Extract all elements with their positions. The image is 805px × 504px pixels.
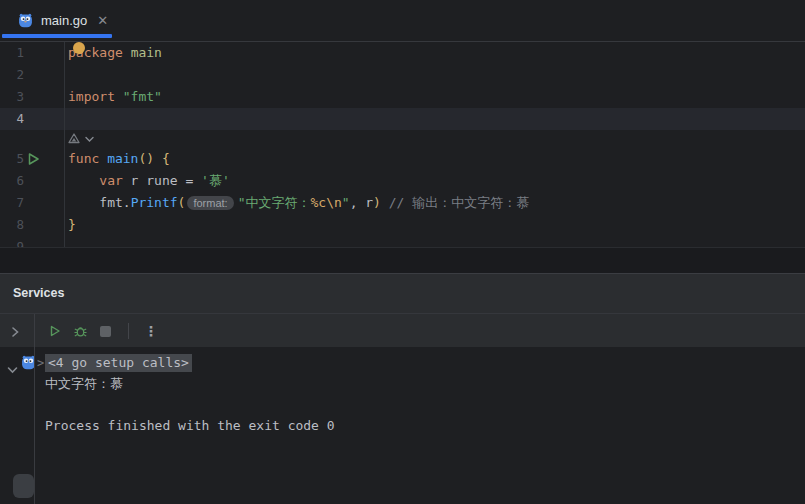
run-gutter-icon[interactable]: [24, 148, 64, 170]
editor-tab-bar: main.go ✕: [0, 0, 805, 42]
code-text[interactable]: var r rune = '慕': [64, 170, 230, 192]
folded-setup-calls[interactable]: <4 go setup calls>: [45, 354, 192, 372]
line-number: 7: [0, 192, 24, 214]
console-line: [37, 394, 805, 415]
editor-line: 2: [0, 64, 805, 86]
code-text[interactable]: }: [64, 214, 76, 236]
line-number: 5: [0, 148, 24, 170]
toolbar-splitter: [34, 314, 35, 348]
line-number: 9: [0, 236, 24, 247]
gutter: [24, 170, 64, 192]
line-number: 1: [0, 42, 24, 64]
code-editor[interactable]: 1package main23import "fmt"45func main()…: [0, 42, 805, 247]
editor-line: 8}: [0, 214, 805, 236]
editor-line: 9: [0, 236, 805, 247]
editor-line: 3import "fmt": [0, 86, 805, 108]
stop-icon[interactable]: [97, 323, 113, 339]
gutter: [24, 236, 64, 247]
services-tree-strip[interactable]: [0, 347, 35, 504]
code-vision-inlay[interactable]: [0, 130, 805, 148]
gutter: [24, 42, 64, 64]
tab-title: main.go: [41, 13, 87, 28]
run-icon[interactable]: [47, 323, 63, 339]
tab-close-icon[interactable]: ✕: [97, 14, 108, 27]
line-number: 2: [0, 64, 24, 86]
services-tool-window: Services ⋮: [0, 273, 805, 347]
gutter: [24, 86, 64, 108]
code-text[interactable]: import "fmt": [64, 86, 162, 108]
services-panel-title: Services: [13, 286, 64, 300]
console-line: 中文字符：慕: [37, 373, 805, 394]
tree-scrollbar-thumb[interactable]: [13, 474, 34, 498]
chevron-down-icon[interactable]: [7, 360, 18, 378]
gutter: [24, 214, 64, 236]
parameter-hint-chip: format:: [187, 196, 233, 210]
console-fold-row: > <4 go setup calls>: [37, 352, 805, 373]
services-toolbar: ⋮: [0, 313, 805, 348]
gutter: [24, 108, 64, 130]
chevron-right-icon[interactable]: [10, 324, 20, 342]
gutter: [24, 192, 64, 214]
console-output[interactable]: > <4 go setup calls> 中文字符：慕Process finis…: [37, 347, 805, 436]
active-tab-underline: [2, 34, 112, 38]
run-console: > <4 go setup calls> 中文字符：慕Process finis…: [0, 347, 805, 504]
intention-lightbulb-icon[interactable]: [73, 42, 85, 54]
editor-line: 6 var r rune = '慕': [0, 170, 805, 192]
more-options-kebab-icon[interactable]: ⋮: [144, 324, 158, 338]
gutter: [24, 64, 64, 86]
gutter-separator: [64, 42, 65, 247]
fold-arrow-icon[interactable]: >: [37, 356, 45, 370]
editor-bottom-strip: [0, 247, 805, 273]
line-number: 8: [0, 214, 24, 236]
console-line: Process finished with the exit code 0: [37, 415, 805, 436]
editor-line: 5func main() {: [0, 148, 805, 170]
code-text[interactable]: fmt.Printf(format:"中文字符：%c\n", r) // 输出：…: [64, 192, 529, 214]
toolbar-separator: [128, 323, 129, 339]
line-number: 4: [0, 108, 24, 130]
line-number: 3: [0, 86, 24, 108]
tab-main-go[interactable]: main.go ✕: [0, 0, 114, 41]
editor-line: 1package main: [0, 42, 805, 64]
debug-bug-icon[interactable]: [72, 323, 88, 339]
editor-line: 7 fmt.Printf(format:"中文字符：%c\n", r) // 输…: [0, 192, 805, 214]
line-number: 6: [0, 170, 24, 192]
editor-line: 4: [0, 108, 805, 130]
go-run-config-gopher-icon[interactable]: [21, 355, 35, 374]
code-text[interactable]: func main() {: [64, 148, 170, 170]
go-gopher-icon: [18, 13, 33, 28]
